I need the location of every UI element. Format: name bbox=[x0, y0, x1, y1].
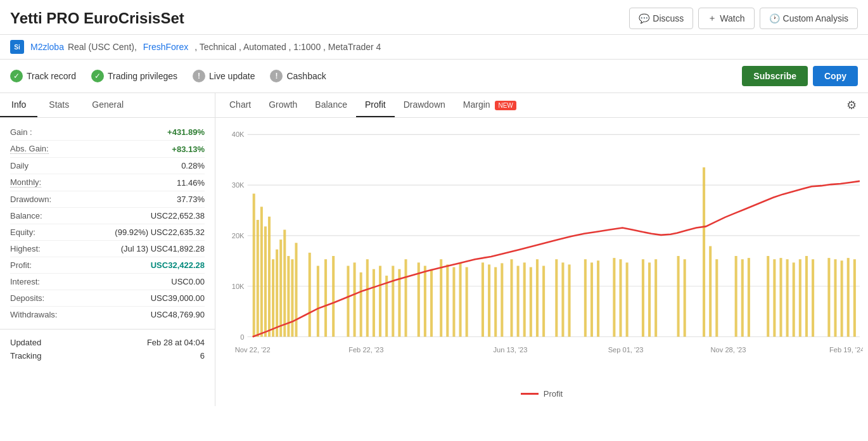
gain-value: +431.89% bbox=[167, 127, 205, 137]
svg-rect-45 bbox=[488, 264, 490, 336]
live-update-badge: ! Live update bbox=[193, 70, 255, 82]
daily-value: 0.28% bbox=[181, 161, 205, 170]
equity-value: (99.92%) USC22,635.32 bbox=[115, 227, 205, 237]
cashback-icon: ! bbox=[270, 70, 283, 82]
svg-rect-64 bbox=[648, 262, 651, 336]
svg-rect-69 bbox=[709, 246, 712, 336]
monthly-value: 11.46% bbox=[177, 178, 205, 188]
username-link[interactable]: M2zloba bbox=[30, 42, 64, 52]
svg-rect-21 bbox=[295, 243, 297, 336]
svg-rect-72 bbox=[741, 259, 744, 336]
tab-general[interactable]: General bbox=[80, 93, 135, 117]
subscribe-button[interactable]: Subscribe bbox=[742, 66, 808, 86]
svg-text:0: 0 bbox=[240, 333, 244, 340]
svg-rect-23 bbox=[317, 266, 319, 337]
svg-text:Feb 22, '23: Feb 22, '23 bbox=[348, 346, 383, 354]
tab-drawdown[interactable]: Drawdown bbox=[395, 93, 454, 117]
svg-text:30K: 30K bbox=[232, 181, 245, 189]
svg-rect-42 bbox=[459, 263, 462, 336]
balance-value: USC22,652.38 bbox=[151, 211, 205, 220]
svg-rect-79 bbox=[799, 259, 801, 336]
updated-section: Updated Feb 28 at 04:04 Tracking 6 bbox=[0, 329, 215, 369]
svg-text:Sep 01, '23: Sep 01, '23 bbox=[608, 346, 644, 354]
svg-rect-46 bbox=[494, 267, 497, 337]
legend-profit-line bbox=[521, 393, 539, 395]
svg-rect-15 bbox=[272, 259, 274, 336]
interest-label: Interest: bbox=[10, 277, 40, 286]
svg-rect-25 bbox=[332, 256, 335, 336]
live-update-icon: ! bbox=[193, 70, 205, 82]
discuss-button[interactable]: 💬 Discuss bbox=[629, 8, 693, 29]
withdrawals-label: Withdrawals: bbox=[10, 310, 57, 319]
chart-tabs: Chart Growth Balance Profit Drawdown Mar… bbox=[215, 93, 868, 118]
withdrawals-value: USC48,769.90 bbox=[151, 310, 205, 319]
freshforex-link[interactable]: FreshForex bbox=[143, 42, 189, 52]
left-panel: Info Stats General Gain : +431.89% Abs. … bbox=[0, 93, 215, 406]
right-panel: Chart Growth Balance Profit Drawdown Mar… bbox=[215, 93, 868, 406]
subtitle-extra: , Technical , Automated , 1:1000 , MetaT… bbox=[192, 42, 381, 52]
info-row-gain: Gain : +431.89% bbox=[10, 124, 205, 141]
watch-icon: ＋ bbox=[708, 13, 717, 24]
svg-rect-65 bbox=[654, 259, 657, 336]
svg-rect-13 bbox=[264, 226, 267, 336]
updated-label: Updated bbox=[10, 338, 41, 347]
page-header: Yetti PRO EuroCrisisSet 💬 Discuss ＋ Watc… bbox=[0, 0, 868, 35]
svg-rect-59 bbox=[597, 260, 599, 336]
badges-bar: ✓ Track record ✓ Trading privileges ! Li… bbox=[0, 60, 868, 93]
highest-value: (Jul 13) USC41,892.28 bbox=[121, 244, 205, 253]
tab-chart[interactable]: Chart bbox=[220, 93, 260, 117]
daily-label: Daily bbox=[10, 161, 29, 170]
legend-profit-label: Profit bbox=[544, 389, 563, 399]
svg-rect-80 bbox=[805, 256, 808, 336]
tab-profit[interactable]: Profit bbox=[356, 93, 395, 117]
track-record-icon: ✓ bbox=[10, 70, 23, 82]
deposits-value: USC39,000.00 bbox=[151, 293, 205, 303]
avatar: Si bbox=[10, 40, 24, 54]
svg-text:20K: 20K bbox=[232, 232, 245, 240]
svg-rect-44 bbox=[482, 262, 484, 336]
svg-rect-37 bbox=[424, 266, 426, 337]
svg-rect-47 bbox=[501, 263, 503, 336]
svg-rect-73 bbox=[748, 258, 750, 336]
svg-rect-31 bbox=[379, 266, 381, 337]
tab-info[interactable]: Info bbox=[0, 93, 37, 117]
info-row-abs-gain: Abs. Gain: +83.13% bbox=[10, 141, 205, 158]
info-row-monthly: Monthly: 11.46% bbox=[10, 174, 205, 191]
tracking-value: 6 bbox=[200, 351, 205, 361]
svg-rect-24 bbox=[324, 259, 327, 336]
page-title: Yetti PRO EuroCrisisSet bbox=[10, 10, 184, 27]
track-record-badge: ✓ Track record bbox=[10, 70, 76, 82]
watch-button[interactable]: ＋ Watch bbox=[698, 8, 754, 29]
info-row-balance: Balance: USC22,652.38 bbox=[10, 208, 205, 224]
chart-area: 40K 30K 20K 10K 0 bbox=[215, 118, 868, 384]
discuss-icon: 💬 bbox=[639, 13, 649, 23]
svg-text:Nov 28, '23: Nov 28, '23 bbox=[711, 346, 746, 354]
badge-group: ✓ Track record ✓ Trading privileges ! Li… bbox=[10, 70, 326, 82]
tab-growth[interactable]: Growth bbox=[260, 93, 306, 117]
tracking-row: Tracking 6 bbox=[10, 349, 205, 362]
tab-margin[interactable]: Margin NEW bbox=[454, 93, 525, 117]
info-row-withdrawals: Withdrawals: USC48,769.90 bbox=[10, 307, 205, 323]
svg-rect-19 bbox=[287, 256, 290, 336]
info-row-deposits: Deposits: USC39,000.00 bbox=[10, 290, 205, 307]
svg-rect-20 bbox=[291, 259, 293, 336]
filter-icon[interactable]: ⚙ bbox=[840, 93, 863, 117]
svg-rect-77 bbox=[786, 259, 789, 336]
drawdown-value: 37.73% bbox=[177, 195, 205, 204]
new-badge: NEW bbox=[495, 101, 516, 110]
svg-rect-49 bbox=[517, 266, 520, 337]
interest-value: USC0.00 bbox=[171, 277, 205, 286]
custom-analysis-button[interactable]: 🕐 Custom Analysis bbox=[760, 8, 858, 29]
svg-rect-35 bbox=[405, 259, 407, 336]
subtitle-bar: Si M2zloba Real (USC Cent), FreshForex ,… bbox=[0, 35, 868, 60]
svg-text:Feb 19, '24: Feb 19, '24 bbox=[829, 346, 863, 354]
abs-gain-value: +83.13% bbox=[172, 144, 205, 154]
copy-button[interactable]: Copy bbox=[813, 66, 858, 86]
svg-rect-61 bbox=[619, 259, 622, 336]
svg-rect-26 bbox=[347, 266, 349, 337]
tab-balance[interactable]: Balance bbox=[306, 93, 356, 117]
svg-rect-76 bbox=[779, 258, 782, 336]
tab-stats[interactable]: Stats bbox=[37, 93, 80, 117]
svg-rect-48 bbox=[510, 259, 513, 336]
svg-rect-14 bbox=[268, 217, 271, 337]
